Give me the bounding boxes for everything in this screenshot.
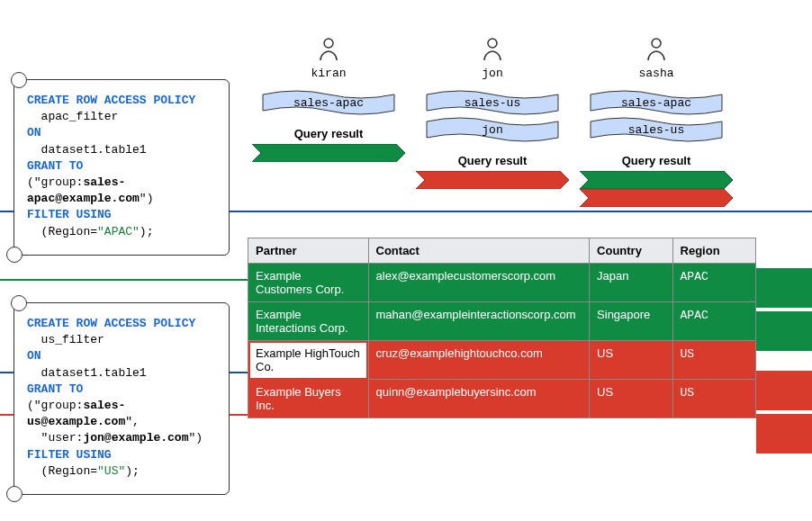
user-sasha: sasha sales-apac sales-us Query result bbox=[580, 36, 733, 207]
user-kiran: kiran sales-apac Query result bbox=[252, 36, 405, 207]
code-line: ON bbox=[27, 125, 218, 141]
scroll-curl-icon bbox=[6, 486, 23, 502]
flag-label: sales-us bbox=[589, 116, 724, 143]
col-country: Country bbox=[590, 238, 672, 264]
cell-country: Singapore bbox=[590, 302, 672, 341]
result-stripes bbox=[416, 171, 569, 189]
group-flags: sales-apac sales-us bbox=[589, 89, 724, 143]
user-jon: jon sales-us jon Query result bbox=[416, 36, 569, 207]
data-table: Partner Contact Country Region Example C… bbox=[248, 238, 756, 418]
svg-point-4 bbox=[652, 39, 661, 48]
code-line: us_filter bbox=[27, 332, 218, 348]
cell-partner: Example Customers Corp. bbox=[248, 264, 369, 302]
cell-country: Japan bbox=[590, 264, 672, 302]
table-row: Example Customers Corp. alex@examplecust… bbox=[248, 264, 756, 302]
table-row: Example Interactions Corp. mahan@example… bbox=[248, 302, 756, 341]
svg-point-2 bbox=[488, 39, 497, 48]
result-label: Query result bbox=[622, 154, 691, 167]
flag-label: jon bbox=[425, 116, 560, 143]
code-line: FILTER USING bbox=[27, 207, 218, 223]
code-line: "user:jon@example.com") bbox=[27, 430, 218, 446]
code-line: GRANT TO bbox=[27, 382, 218, 398]
col-partner: Partner bbox=[248, 238, 369, 264]
cell-partner: Example Interactions Corp. bbox=[248, 302, 369, 341]
svg-point-0 bbox=[324, 39, 333, 48]
scroll-curl-icon bbox=[11, 72, 27, 88]
code-line: (Region="APAC"); bbox=[27, 224, 218, 240]
code-line: ("group:sales-us@example.com", bbox=[27, 398, 218, 430]
scroll-curl-icon bbox=[6, 247, 23, 263]
cell-partner: Example HighTouch Co. bbox=[248, 341, 369, 380]
cell-contact: mahan@exampleinteractionscorp.com bbox=[368, 302, 590, 341]
svg-marker-5 bbox=[580, 171, 733, 189]
user-name: jon bbox=[482, 67, 502, 80]
col-region: Region bbox=[672, 238, 755, 264]
flag-jon: jon bbox=[425, 116, 560, 143]
code-line: (Region="US"); bbox=[27, 463, 218, 480]
connector-green bbox=[0, 279, 248, 281]
user-name: sasha bbox=[638, 67, 673, 80]
person-icon bbox=[482, 36, 503, 61]
table-row: Example HighTouch Co. cruz@examplehighto… bbox=[248, 341, 756, 380]
scroll-curl-icon bbox=[11, 295, 27, 311]
result-stripes bbox=[252, 144, 405, 162]
code-line: FILTER USING bbox=[27, 447, 218, 463]
flag-sales-us: sales-us bbox=[425, 89, 560, 116]
ext-green-2 bbox=[756, 311, 812, 351]
cell-contact: cruz@examplehightouchco.com bbox=[368, 341, 590, 380]
svg-marker-6 bbox=[580, 189, 733, 207]
code-line: apac_filter bbox=[27, 109, 218, 125]
result-stripes bbox=[580, 171, 733, 207]
group-flags: sales-us jon bbox=[425, 89, 560, 143]
code-line: CREATE ROW ACCESS POLICY bbox=[27, 316, 218, 332]
group-flags: sales-apac bbox=[261, 89, 396, 116]
flag-sales-us: sales-us bbox=[589, 116, 724, 143]
ext-red-2 bbox=[756, 414, 812, 454]
cell-contact: quinn@examplebuyersinc.com bbox=[368, 380, 590, 418]
flag-label: sales-us bbox=[425, 89, 560, 116]
table-row: Example Buyers Inc. quinn@examplebuyersi… bbox=[248, 380, 756, 418]
result-label: Query result bbox=[294, 127, 364, 140]
stripe-red bbox=[580, 189, 733, 207]
person-icon bbox=[318, 36, 339, 61]
code-line: ON bbox=[27, 348, 218, 364]
flag-label: sales-apac bbox=[589, 89, 724, 116]
code-line: GRANT TO bbox=[27, 158, 218, 175]
code-line: CREATE ROW ACCESS POLICY bbox=[27, 93, 218, 109]
code-line: ("group:sales-apac@example.com") bbox=[27, 175, 218, 207]
flag-sales-apac: sales-apac bbox=[589, 89, 724, 116]
ext-green-1 bbox=[756, 268, 812, 308]
ext-red-1 bbox=[756, 371, 812, 410]
col-contact: Contact bbox=[368, 238, 590, 264]
cell-region: APAC bbox=[672, 264, 755, 302]
users-row: kiran sales-apac Query result jon sales-… bbox=[252, 36, 733, 207]
policy-card-us: CREATE ROW ACCESS POLICY us_filter ON da… bbox=[14, 302, 230, 495]
code-line: dataset1.table1 bbox=[27, 142, 218, 158]
flag-sales-apac: sales-apac bbox=[261, 89, 396, 116]
cell-contact: alex@examplecustomerscorp.com bbox=[368, 264, 590, 302]
cell-region: US bbox=[672, 380, 755, 418]
stripe-green bbox=[580, 171, 733, 189]
result-label: Query result bbox=[458, 154, 528, 167]
cell-region: US bbox=[672, 341, 755, 380]
code-line: dataset1.table1 bbox=[27, 365, 218, 382]
stripe-green bbox=[252, 144, 405, 162]
cell-partner: Example Buyers Inc. bbox=[248, 380, 369, 418]
cell-region: APAC bbox=[672, 302, 755, 341]
policy-card-apac: CREATE ROW ACCESS POLICY apac_filter ON … bbox=[14, 79, 230, 256]
stripe-red bbox=[416, 171, 569, 189]
svg-marker-3 bbox=[416, 171, 569, 189]
cell-country: US bbox=[590, 341, 672, 380]
table-header-row: Partner Contact Country Region bbox=[248, 238, 756, 264]
person-icon bbox=[645, 36, 667, 61]
cell-country: US bbox=[590, 380, 672, 418]
user-name: kiran bbox=[311, 67, 346, 80]
svg-marker-1 bbox=[252, 144, 405, 162]
flag-label: sales-apac bbox=[261, 89, 396, 116]
